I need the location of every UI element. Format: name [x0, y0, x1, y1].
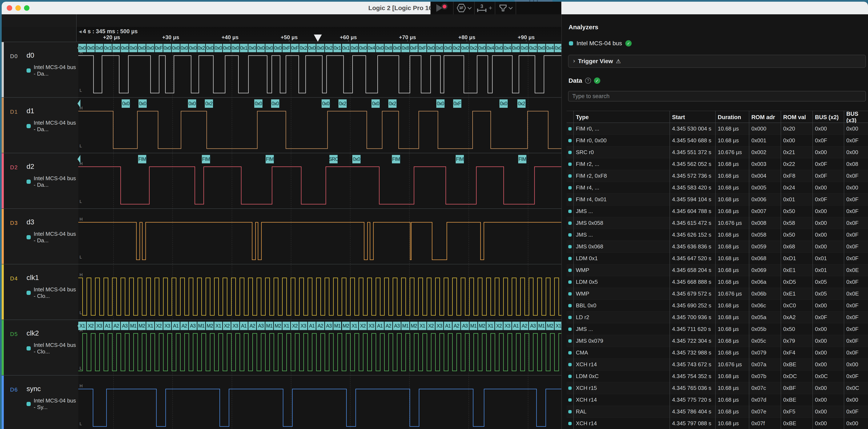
bus-annotation[interactable]: 0x2 [205, 99, 214, 108]
table-row[interactable]: XCH r154.345 765 036 s10.68 µs0x07c0xBF0… [567, 382, 868, 394]
bus-annotation[interactable]: 0x0 [435, 44, 444, 52]
bus-annotation[interactable]: X3 [231, 321, 240, 330]
channel-header-sync[interactable]: D6syncIntel MCS-04 bus - Sy... [2, 375, 78, 429]
bus-annotation[interactable]: M1 [333, 321, 342, 330]
bus-annotation[interactable]: X2 [359, 321, 367, 330]
search-input[interactable] [568, 91, 866, 101]
bus-annotation[interactable]: 0x0 [122, 99, 130, 108]
bus-annotation[interactable]: X2 [87, 321, 95, 330]
bus-annotation[interactable]: 0x0 [444, 44, 452, 52]
bus-annotation[interactable]: 0x0 [172, 44, 180, 52]
waveform-lane-d0[interactable]: HL0x00x00x00x10x00x00x00x00x00xF0x00x00x… [78, 42, 563, 98]
table-row[interactable]: FIM r4, ...4.345 583 420 s10.68 µs0x0050… [567, 182, 868, 194]
bus-annotation[interactable]: 0x0 [512, 44, 521, 52]
bus-annotation[interactable]: A2 [248, 321, 257, 330]
bus-annotation[interactable]: 0x0 [248, 44, 257, 52]
table-row[interactable]: LDM 0x14.345 647 520 s10.68 µs0x0680xD10… [567, 253, 868, 265]
bus-annotation[interactable]: 0x8 [401, 44, 410, 52]
bus-annotation[interactable]: 0x2 [388, 99, 397, 108]
bus-annotation[interactable]: 0x0 [163, 44, 172, 52]
column-header-duration[interactable]: Duration [718, 111, 741, 123]
bus-annotation[interactable]: 0x0 [308, 44, 316, 52]
table-row[interactable]: XCH r144.345 797 088 s10.68 µs0x07f0xBE0… [567, 418, 868, 429]
bus-annotation[interactable]: 0x2 [338, 99, 347, 108]
bus-annotation[interactable]: 0x0 [316, 44, 325, 52]
bus-annotation[interactable]: X1 [146, 321, 155, 330]
table-row[interactable]: WMP4.345 658 204 s10.68 µs0x0690xE10x010… [567, 265, 868, 276]
table-row[interactable]: XCH r144.345 775 720 s10.68 µs0x07d0xBE0… [567, 394, 868, 406]
bus-annotation[interactable]: 0x0 [371, 99, 380, 108]
bus-annotation[interactable]: X3 [368, 321, 376, 330]
table-row[interactable]: LDM 0xC4.345 754 352 s10.68 µs0x07b0xDC0… [567, 370, 868, 382]
bus-annotation[interactable]: 0x1 [240, 44, 248, 52]
waveform-view[interactable]: D0d0Intel MCS-04 bus - Da...HL0x00x00x00… [2, 42, 563, 429]
bus-annotation[interactable]: 0x0 [352, 155, 361, 163]
bus-annotation[interactable]: 0x0 [478, 44, 487, 52]
bus-annotation[interactable]: 0x2 [470, 44, 478, 52]
bus-annotation[interactable]: A1 [240, 321, 248, 330]
display-radix-button[interactable]: 1F [454, 2, 475, 14]
bus-annotation[interactable]: A1 [172, 321, 180, 330]
bus-annotation[interactable]: 0x2 [299, 44, 308, 52]
bus-annotation[interactable]: A3 [461, 321, 469, 330]
table-row[interactable]: JMS 0x0794.345 722 304 s10.68 µs0x05c0x7… [567, 335, 868, 347]
bus-annotation[interactable]: M2 [206, 321, 214, 330]
channel-analyzer[interactable]: Intel MCS-04 bus - Da... [27, 64, 78, 77]
bus-annotation[interactable]: A3 [121, 321, 129, 330]
start-capture-button[interactable] [431, 2, 454, 14]
channel-header-d0[interactable]: D0d0Intel MCS-04 bus - Da... [2, 42, 78, 97]
bus-annotation[interactable]: A1 [104, 321, 112, 330]
table-row[interactable]: BBL 0x04.345 690 252 s10.68 µs0x06c0xC00… [567, 300, 868, 311]
channel-header-clk1[interactable]: D4clk1Intel MCS-04 bus - Clo... [2, 265, 78, 319]
bus-annotation[interactable]: 0x4 [503, 44, 512, 52]
table-row[interactable]: JMS ...4.345 604 788 s10.68 µs0x0070x500… [567, 206, 868, 217]
column-header-start[interactable]: Start [672, 111, 685, 123]
bus-annotation[interactable]: M2 [274, 321, 282, 330]
channel-analyzer[interactable]: Intel MCS-04 bus - Da... [27, 120, 78, 133]
timeline-marker[interactable] [314, 34, 322, 42]
bus-annotation[interactable]: 0x2 [453, 44, 461, 52]
column-header-rom-val[interactable]: ROM val [783, 111, 806, 123]
bus-annotation[interactable]: 0x0 [537, 44, 546, 52]
bus-annotation[interactable]: M1 [129, 321, 138, 330]
help-icon[interactable]: ? [585, 78, 591, 84]
bus-annotation[interactable]: 0x0 [95, 44, 104, 52]
table-row[interactable]: LD r24.345 700 936 s10.68 µs0x05a0xA20x0… [567, 311, 868, 323]
bus-annotation[interactable]: A3 [189, 321, 197, 330]
bus-annotation[interactable]: X3 [163, 321, 172, 330]
bus-annotation[interactable]: A3 [257, 321, 265, 330]
table-row[interactable]: LDM 0x54.345 668 888 s10.68 µs0x06a0xD50… [567, 276, 868, 288]
bus-annotation[interactable]: M2 [410, 321, 418, 330]
bus-annotation[interactable]: FIM [266, 155, 275, 163]
bus-annotation[interactable]: 0xF [418, 44, 427, 52]
bus-annotation[interactable]: X2 [495, 321, 503, 330]
column-header-type[interactable]: Type [576, 111, 589, 123]
table-row[interactable]: FIM r0, ...4.345 530 004 s10.68 µs0x0000… [567, 123, 868, 135]
bus-annotation[interactable]: 0xF [453, 99, 462, 108]
bus-annotation[interactable]: 0x0 [78, 44, 87, 52]
bus-annotation[interactable]: A3 [325, 321, 333, 330]
table-row[interactable]: CMA4.345 732 988 s10.68 µs0x0790xF40x000… [567, 347, 868, 359]
waveform-lane-d3[interactable]: HL [78, 209, 563, 265]
bus-annotation[interactable]: 0x0 [350, 44, 359, 52]
trigger-view-expander[interactable]: › Trigger View ⚠ [568, 55, 866, 68]
channel-header-clk2[interactable]: D5clk2Intel MCS-04 bus - Clo... [2, 320, 78, 375]
bus-annotation[interactable]: 0x0 [376, 44, 384, 52]
bus-annotation[interactable]: X3 [95, 321, 104, 330]
bus-annotation[interactable]: A2 [316, 321, 325, 330]
bus-annotation[interactable]: 0x0 [427, 44, 435, 52]
bus-annotation[interactable]: FIM [456, 155, 465, 163]
bus-annotation[interactable]: 0x0 [271, 99, 280, 108]
channel-analyzer[interactable]: Intel MCS-04 bus - Sy... [27, 397, 78, 410]
bus-annotation[interactable]: X3 [503, 321, 512, 330]
bus-annotation[interactable]: M1 [537, 321, 546, 330]
bus-annotation[interactable]: 0x0 [214, 44, 223, 52]
bus-annotation[interactable]: M1 [197, 321, 206, 330]
bus-annotation[interactable]: X1 [282, 321, 291, 330]
bus-annotation[interactable]: FIM [518, 155, 527, 163]
bus-annotation[interactable]: X1 [350, 321, 359, 330]
bus-annotation[interactable]: 0x4 [546, 44, 554, 52]
bus-annotation[interactable]: 0x0 [180, 44, 189, 52]
bus-annotation[interactable]: 0x1 [333, 44, 342, 52]
table-row[interactable]: SRC r04.345 551 372 s10.676 µs0x0020x210… [567, 147, 868, 158]
